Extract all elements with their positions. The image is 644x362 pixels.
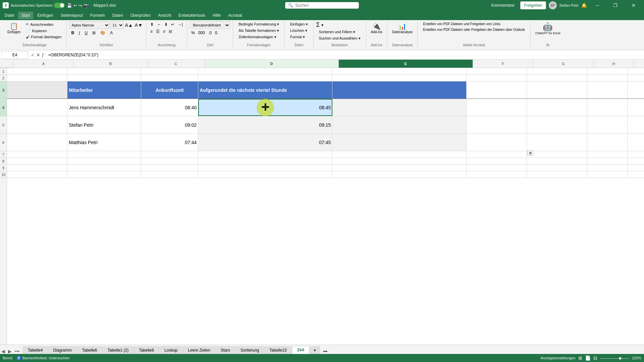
cell-A3[interactable] <box>7 81 67 99</box>
cell-C1[interactable] <box>141 68 198 74</box>
cell-B3-header[interactable]: Mitarbeiter <box>67 81 141 99</box>
cell-G2[interactable] <box>527 75 587 81</box>
align-bottom-icon[interactable]: ⬇ <box>163 21 169 27</box>
row-header-10[interactable]: 10 <box>0 171 7 178</box>
menu-acrobat[interactable]: Acrobat <box>225 12 245 19</box>
einfuegen-button[interactable]: 📋 Einfügen <box>5 21 22 35</box>
align-center-icon[interactable]: ☰ <box>155 28 161 35</box>
tab-stars[interactable]: Stars <box>216 346 235 354</box>
insert-cells-button[interactable]: Einfügen ▾ <box>287 21 310 27</box>
tab-sortierung[interactable]: Sortierung <box>235 346 264 354</box>
cell-A4[interactable] <box>7 99 67 116</box>
cell-B5-name[interactable]: Stefan Petri <box>67 116 141 133</box>
merge-cells-icon[interactable]: ⊟ <box>167 28 173 35</box>
share-button[interactable]: Freigeben <box>520 1 546 9</box>
cell-G7[interactable] <box>527 151 587 158</box>
avatar[interactable]: SP <box>549 1 557 9</box>
italic-button[interactable]: I <box>77 30 82 36</box>
decrease-decimal-icon[interactable]: 0. <box>214 30 220 36</box>
cell-D2[interactable] <box>198 75 332 81</box>
formula-check-icon[interactable]: ✓ <box>31 52 35 58</box>
cell-C8[interactable] <box>141 158 198 164</box>
cell-E10[interactable] <box>332 171 467 178</box>
cell-C2[interactable] <box>141 75 198 81</box>
cell-H9[interactable] <box>587 165 628 171</box>
cell-E8[interactable] <box>332 158 467 164</box>
save-icon[interactable]: 💾 <box>67 3 72 8</box>
bold-button[interactable]: B <box>69 30 76 36</box>
align-top-icon[interactable]: ⬆ <box>149 21 155 27</box>
search-input[interactable] <box>295 3 356 8</box>
align-middle-icon[interactable]: ↔ <box>156 21 162 27</box>
close-button[interactable]: ✕ <box>626 0 641 11</box>
cell-C9[interactable] <box>141 165 198 171</box>
cell-F1[interactable] <box>467 68 527 74</box>
cell-D4-rounded[interactable]: ✛ 08:45 <box>198 99 332 116</box>
cell-H7[interactable] <box>587 151 628 158</box>
cell-F6[interactable] <box>467 134 527 151</box>
cell-H1[interactable] <box>587 68 628 74</box>
normal-view-icon[interactable]: ⊞ <box>578 355 582 361</box>
cell-E7[interactable] <box>332 151 467 158</box>
row-header-9[interactable]: 9 <box>0 165 7 171</box>
copy-button[interactable]: 📄Kopieren <box>24 28 63 34</box>
cell-A7[interactable] <box>7 151 67 158</box>
cell-B2[interactable] <box>67 75 141 81</box>
cell-E6[interactable] <box>332 134 467 151</box>
corner-cell[interactable] <box>0 60 13 68</box>
row-header-5[interactable]: 5 <box>0 116 7 134</box>
borders-button[interactable]: ⊞ <box>90 30 98 36</box>
col-header-A[interactable]: A <box>13 60 74 68</box>
cell-E5[interactable] <box>332 116 467 133</box>
page-break-icon[interactable]: ⊟ <box>593 355 597 361</box>
sort-filter-button[interactable]: Sortieren und Filtern ▾ <box>316 29 358 35</box>
cell-C3-header[interactable]: Ankunftszeit <box>141 81 198 99</box>
cell-F3[interactable] <box>467 81 527 99</box>
cell-B1[interactable] <box>67 68 141 74</box>
minimize-button[interactable]: ─ <box>590 0 605 11</box>
menu-hilfe[interactable]: Hilfe <box>209 12 224 19</box>
menu-entwicklertools[interactable]: Entwicklertools <box>175 12 209 19</box>
menu-seitenlayout[interactable]: Seitenlayout <box>57 12 86 19</box>
menu-datei[interactable]: Datei <box>1 12 17 19</box>
cell-H10[interactable] <box>587 171 628 178</box>
col-header-G[interactable]: G <box>533 60 594 68</box>
cell-F8[interactable] <box>467 158 527 164</box>
row-header-3[interactable]: 3 <box>0 81 7 99</box>
cell-B7[interactable] <box>67 151 141 158</box>
font-decrease-icon[interactable]: A▼ <box>134 22 143 28</box>
tab-nav-prev[interactable]: ◀ <box>1 349 8 354</box>
cell-H3[interactable] <box>587 81 628 99</box>
tab-tabelle4[interactable]: Tabelle4 <box>23 346 48 354</box>
chatgpt-button[interactable]: 🤖 ChatGPT for Excel <box>533 21 562 36</box>
cell-reference-input[interactable] <box>1 51 28 59</box>
tab-nav-more[interactable]: ••• <box>15 349 22 354</box>
tab-tabelle8[interactable]: Tabelle8 <box>134 346 159 354</box>
cell-A8[interactable] <box>7 158 67 164</box>
col-header-C[interactable]: C <box>148 60 205 68</box>
cell-C5-arrival[interactable]: 09:02 <box>141 116 198 133</box>
cell-C10[interactable] <box>141 171 198 178</box>
cell-G1[interactable] <box>527 68 587 74</box>
cell-G8[interactable] <box>527 158 587 164</box>
zoom-slider[interactable]: —————◉—— <box>600 356 629 360</box>
cell-F7[interactable] <box>467 151 527 158</box>
formula-insert-icon[interactable]: ƒ <box>42 52 44 58</box>
font-family-select[interactable]: Aptos Narrow <box>69 21 110 29</box>
cell-G3[interactable] <box>527 81 587 99</box>
align-left-icon[interactable]: ≡ <box>149 28 154 35</box>
menu-start[interactable]: Start <box>18 12 33 19</box>
cell-A5[interactable] <box>7 116 67 133</box>
find-select-button[interactable]: Suchen und Auswählen ▾ <box>316 36 363 41</box>
search-bar[interactable]: 🔍 <box>285 2 359 9</box>
undo-icon[interactable]: ↩ <box>73 3 77 8</box>
menu-ueberpruefen[interactable]: Überprüfen <box>127 12 154 19</box>
cell-E3[interactable] <box>332 81 467 99</box>
formula-input[interactable]: =OBERGRENZE(D4;"0:15") <box>47 51 643 59</box>
cell-G5[interactable] <box>527 116 587 133</box>
cell-D9[interactable] <box>198 165 332 171</box>
cell-D3-header[interactable]: Aufgerundet die nächste viertel Stunde <box>198 81 332 99</box>
tab-tabelle1-2[interactable]: Tabelle1 (2) <box>102 346 133 354</box>
row-header-4[interactable]: 4 <box>0 99 7 116</box>
cell-B10[interactable] <box>67 171 141 178</box>
